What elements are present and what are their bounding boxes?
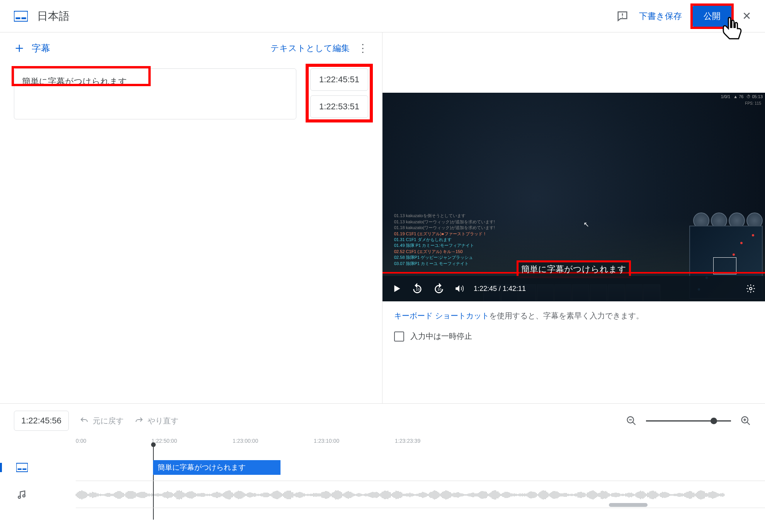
undo-button[interactable]: 元に戻す bbox=[80, 416, 124, 426]
pause-checkbox-label: 入力中は一時停止 bbox=[410, 331, 472, 342]
header-left: 日本語 bbox=[14, 9, 70, 24]
svg-rect-17 bbox=[16, 463, 28, 472]
add-caption-label: 字幕 bbox=[32, 42, 50, 54]
gear-icon[interactable] bbox=[746, 284, 756, 294]
svg-point-21 bbox=[23, 495, 25, 497]
svg-rect-1 bbox=[16, 17, 20, 19]
svg-point-4 bbox=[622, 17, 623, 18]
zoom-out-icon[interactable] bbox=[626, 415, 637, 426]
forward-10-icon[interactable]: 10 bbox=[433, 282, 445, 295]
timeline-ruler[interactable]: 0:00 1:22:50:00 1:23:00:00 1:23:10:00 1:… bbox=[76, 438, 751, 454]
volume-icon[interactable] bbox=[454, 284, 464, 294]
svg-rect-18 bbox=[18, 469, 22, 470]
caption-track: 簡単に字幕がつけられます bbox=[0, 454, 765, 481]
video-hud: 1/0/1 ▲ 76 ⏱ 05:13 bbox=[721, 94, 763, 99]
svg-point-9 bbox=[750, 287, 752, 290]
save-draft-button[interactable]: 下書き保存 bbox=[639, 10, 682, 22]
subtitle-icon bbox=[14, 11, 28, 22]
audio-track-content[interactable] bbox=[76, 481, 765, 508]
ruler-mark: 1:23:00:00 bbox=[233, 438, 258, 444]
playhead-handle[interactable] bbox=[151, 442, 156, 447]
timeline-toolbar-left: 1:22:45:56 元に戻す やり直す bbox=[14, 411, 178, 431]
video-time-display: 1:22:45 / 1:42:11 bbox=[474, 285, 526, 293]
redo-button[interactable]: やり直す bbox=[134, 416, 178, 426]
toolbar-right: テキストとして編集 ⋮ bbox=[270, 42, 368, 54]
left-toolbar: 字幕 テキストとして編集 ⋮ bbox=[14, 42, 368, 54]
redo-label: やり直す bbox=[148, 416, 178, 426]
hint-text: キーボード ショートカットを使用すると、字幕を素早く入力できます。 bbox=[382, 301, 765, 323]
subtitle-icon bbox=[16, 463, 28, 472]
rewind-10-icon[interactable]: 10 bbox=[411, 282, 423, 295]
pause-checkbox[interactable] bbox=[394, 331, 404, 342]
time-column bbox=[310, 68, 368, 118]
caption-track-content[interactable]: 簡単に字幕がつけられます bbox=[76, 454, 765, 481]
video-fps: FPS: 115 bbox=[745, 101, 761, 105]
header: 日本語 下書き保存 公開 ✕ bbox=[0, 0, 765, 32]
svg-line-14 bbox=[747, 422, 750, 425]
zoom-in-icon[interactable] bbox=[740, 415, 751, 426]
music-note-icon bbox=[16, 489, 27, 500]
timeline-toolbar: 1:22:45:56 元に戻す やり直す bbox=[0, 404, 765, 438]
play-icon[interactable] bbox=[392, 284, 402, 294]
audio-track bbox=[0, 481, 765, 508]
language-title: 日本語 bbox=[37, 9, 70, 24]
scroll-indicator[interactable] bbox=[609, 503, 648, 507]
timeline: 1:22:45:56 元に戻す やり直す 0:00 1:22:50:00 1:2… bbox=[0, 403, 765, 532]
undo-label: 元に戻す bbox=[93, 416, 124, 426]
ruler-mark: 1:23:10:00 bbox=[314, 438, 339, 444]
caption-row: 簡単に字幕がつけられます bbox=[14, 68, 368, 119]
svg-rect-19 bbox=[22, 469, 26, 470]
audio-track-icon[interactable] bbox=[0, 489, 76, 500]
video-controls: 10 10 1:22:45 / 1:42:11 bbox=[382, 276, 765, 301]
edit-as-text-button[interactable]: テキストとして編集 bbox=[270, 42, 350, 54]
publish-wrap: 公開 bbox=[693, 6, 731, 27]
ruler-mark: 1:23:23:39 bbox=[395, 438, 420, 444]
redo-icon bbox=[134, 416, 144, 425]
caption-text-wrap: 簡単に字幕がつけられます bbox=[14, 68, 296, 119]
caption-clip[interactable]: 簡単に字幕がつけられます bbox=[153, 460, 280, 475]
close-button[interactable]: ✕ bbox=[742, 10, 751, 22]
start-time-input[interactable] bbox=[310, 68, 368, 91]
video-preview[interactable]: 1/0/1 ▲ 76 ⏱ 05:13 FPS: 115 01.13 kakuza… bbox=[382, 93, 765, 301]
menu-dots-icon[interactable]: ⋮ bbox=[357, 42, 368, 54]
mouse-cursor-icon: ↖ bbox=[583, 220, 589, 229]
feedback-icon[interactable] bbox=[617, 10, 628, 22]
caption-text-input[interactable]: 簡単に字幕がつけられます bbox=[14, 68, 296, 119]
svg-text:10: 10 bbox=[437, 287, 441, 291]
caption-track-icon[interactable] bbox=[0, 463, 76, 472]
hint-rest: を使用すると、字幕を素早く入力できます。 bbox=[489, 311, 644, 320]
timeline-tracks: 簡単に字幕がつけられます bbox=[0, 454, 765, 508]
svg-point-20 bbox=[18, 496, 20, 498]
ruler-mark: 0:00 bbox=[76, 438, 86, 444]
zoom-slider-thumb[interactable] bbox=[711, 418, 717, 424]
timeline-toolbar-right bbox=[626, 415, 751, 426]
svg-line-11 bbox=[633, 422, 636, 425]
undo-icon bbox=[80, 416, 89, 425]
keyboard-shortcut-link[interactable]: キーボード ショートカット bbox=[394, 311, 489, 320]
svg-text:10: 10 bbox=[416, 287, 420, 291]
right-panel: 1/0/1 ▲ 76 ⏱ 05:13 FPS: 115 01.13 kakuza… bbox=[382, 32, 765, 403]
pause-while-typing-row: 入力中は一時停止 bbox=[382, 323, 765, 349]
caption-overlay: 簡単に字幕がつけられます bbox=[519, 263, 629, 276]
header-right: 下書き保存 公開 ✕ bbox=[617, 6, 751, 27]
svg-rect-2 bbox=[22, 17, 26, 19]
main: 字幕 テキストとして編集 ⋮ 簡単に字幕がつけられます bbox=[0, 32, 765, 403]
end-time-input[interactable] bbox=[310, 95, 368, 118]
add-caption-button[interactable]: 字幕 bbox=[14, 42, 50, 54]
video-chat-log: 01.13 kakuzatoを倒そうとしています01.13 kakuzato(ワ… bbox=[394, 213, 495, 267]
svg-rect-0 bbox=[14, 11, 28, 21]
left-panel: 字幕 テキストとして編集 ⋮ 簡単に字幕がつけられます bbox=[0, 32, 382, 403]
timeline-time-input[interactable]: 1:22:45:56 bbox=[14, 411, 69, 431]
publish-button[interactable]: 公開 bbox=[693, 6, 731, 27]
waveform bbox=[76, 490, 765, 500]
plus-icon bbox=[14, 43, 25, 54]
zoom-slider[interactable] bbox=[646, 420, 731, 422]
